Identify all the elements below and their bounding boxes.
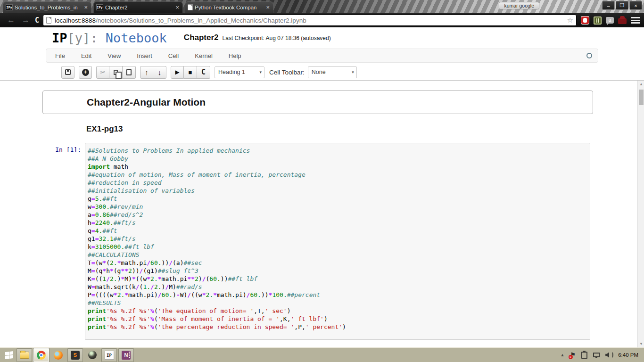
taskbar-item-onenote[interactable]: N	[118, 348, 134, 362]
move-cell-down-icon: ↓	[158, 68, 162, 76]
run-cell-button[interactable]: ▶	[171, 66, 184, 79]
taskbar-item-s-app[interactable]: S	[67, 348, 83, 362]
menu-item-cell[interactable]: Cell	[161, 52, 186, 59]
page-icon	[46, 17, 51, 24]
browser-nav-bar: ← → C localhost:8888/notebooks/Solutions…	[0, 13, 644, 27]
back-icon[interactable]: ←	[4, 16, 18, 25]
menu-item-view[interactable]: View	[100, 52, 128, 59]
toolbar-button-group	[61, 66, 74, 79]
utensils-extension-icon[interactable]	[594, 16, 602, 25]
code-line: T=(w*(2.*math.pi/60.))/(a)##sec	[88, 259, 588, 267]
restart-kernel-icon: C	[201, 68, 206, 76]
browser-tab-bar: IPySolutions_to_Problems_in×IPyChapter2×…	[0, 0, 644, 13]
menu-item-edit[interactable]: Edit	[74, 52, 99, 59]
scroll-down-icon[interactable]: ▼	[638, 342, 644, 346]
show-hidden-icons-icon[interactable]: ▲	[561, 353, 565, 357]
code-cell-input[interactable]: ##Solutions to Problems In applied mecha…	[85, 143, 590, 340]
toolbar-button-group: ▶■C	[171, 66, 210, 79]
save-button[interactable]	[61, 66, 74, 79]
onenote-icon: N	[122, 351, 131, 360]
forward-icon[interactable]: →	[18, 16, 33, 25]
scrollbar-thumb[interactable]	[639, 90, 644, 105]
restore-button[interactable]: ❐	[616, 1, 628, 10]
close-button[interactable]: ×	[629, 1, 642, 10]
cell-toolbar-label: Cell Toolbar:	[269, 69, 305, 76]
cut-cell-button[interactable]: ✂	[96, 66, 109, 79]
copy-cell-button[interactable]	[109, 66, 123, 79]
code-line: K=((1/2.)*M)*((w*2.*math.pi**2)/(60.))##…	[88, 275, 588, 283]
code-line: ##A N Gobby	[88, 155, 588, 163]
menu-item-kernel[interactable]: Kernel	[188, 52, 220, 59]
code-line: w=300.##rev/min	[88, 203, 588, 211]
add-cell-button[interactable]: +	[79, 66, 92, 79]
bookmark-star-icon[interactable]: ☆	[564, 16, 573, 25]
selected-heading-cell[interactable]: Chapter2-Angular Motion	[42, 90, 593, 114]
chevron-down-icon: ▾	[352, 70, 354, 74]
taskbar-item-media-player[interactable]	[84, 348, 100, 362]
ipython-icon: IP	[105, 351, 114, 360]
chevron-down-icon: ▾	[259, 70, 262, 74]
move-cell-up-icon: ↑	[145, 68, 149, 76]
s-app-icon: S	[71, 351, 80, 360]
code-line: print'%s %.2f %s'%('Mass of moment of in…	[88, 315, 588, 323]
taskbar-item-ipython[interactable]: IP	[101, 348, 117, 362]
scroll-up-icon[interactable]: ▲	[638, 82, 644, 86]
minimize-button[interactable]: –	[602, 1, 615, 10]
clock[interactable]: 6:40 PM	[618, 352, 638, 358]
media-player-icon	[88, 351, 97, 359]
code-line: P=((((w*2.*math.pi)/60.)-W)/((w*2.*math.…	[88, 291, 588, 299]
speech-bubble-extension-icon[interactable]: a	[606, 17, 614, 24]
tab-close-icon[interactable]: ×	[265, 4, 271, 10]
menu-item-help[interactable]: Help	[222, 52, 248, 59]
adblock-stop-hand-icon[interactable]	[581, 16, 589, 25]
taskbar-item-firefox[interactable]	[50, 348, 66, 362]
example-heading[interactable]: EX1-pg13	[86, 124, 123, 134]
move-cell-down-button[interactable]: ↓	[153, 66, 166, 79]
logo-notebook: Notebook	[98, 31, 167, 45]
restart-kernel-button[interactable]: C	[197, 66, 210, 79]
armchair-extension-icon[interactable]	[618, 18, 627, 24]
taskbar-item-chrome[interactable]	[33, 348, 49, 362]
battery-icon[interactable]	[581, 352, 587, 359]
notebook-title-wrap: Chapter2 Last Checkpoint: Aug 07 18:36 (…	[184, 33, 331, 42]
cell-type-select[interactable]: Heading 1 ▾	[215, 66, 264, 78]
address-bar[interactable]: localhost:8888/notebooks/Solutions_to_Pr…	[43, 15, 577, 26]
tab-close-icon[interactable]: ×	[83, 4, 89, 10]
toolbar-button-group: ↑↓	[140, 66, 166, 79]
notebook-toolbar: +✂↑↓▶■C Heading 1 ▾ Cell Toolbar: None ▾	[61, 66, 357, 79]
code-line: k=3105000.##ft lbf	[88, 243, 588, 251]
browser-menu-icon[interactable]	[631, 16, 640, 24]
paste-cell-button[interactable]	[123, 66, 136, 79]
code-line: h=2240.##ft/s	[88, 219, 588, 227]
start-button[interactable]	[3, 348, 15, 362]
ipython-logo[interactable]: IP[y]: Notebook	[52, 31, 167, 45]
scrollbar[interactable]: ▲ ▼	[637, 81, 644, 347]
network-icon[interactable]	[593, 353, 600, 357]
browser-tab-solutions-to-problems-in[interactable]: IPySolutions_to_Problems_in×	[3, 1, 91, 13]
menu-item-file[interactable]: File	[48, 52, 72, 59]
interrupt-kernel-icon: ■	[189, 69, 192, 76]
reload-icon[interactable]: C	[33, 16, 43, 25]
interrupt-kernel-button[interactable]: ■	[184, 66, 197, 79]
notebook-title[interactable]: Chapter2	[184, 33, 219, 42]
menu-bar: FileEditViewInsertCellKernelHelp	[46, 49, 598, 63]
toolbar-buttons: +✂↑↓▶■C	[61, 66, 215, 79]
taskbar-apps: SIPN	[15, 348, 134, 362]
explorer-icon	[20, 352, 29, 359]
move-cell-up-button[interactable]: ↑	[140, 66, 153, 79]
tab-close-icon[interactable]: ×	[174, 4, 180, 10]
logo-y: [y]:	[67, 31, 98, 45]
menu-item-insert[interactable]: Insert	[130, 52, 159, 59]
firefox-icon	[54, 351, 63, 360]
browser-tab-chapter2[interactable]: IPyChapter2×	[93, 1, 183, 13]
tab-title: Chapter2	[105, 5, 173, 10]
browser-tab-python-textbook-compan[interactable]: Python Textbook Compan×	[185, 1, 273, 13]
profile-badge[interactable]: kumar google	[499, 2, 539, 9]
url-text[interactable]: localhost:8888/notebooks/Solutions_to_Pr…	[55, 17, 564, 24]
volume-icon[interactable]	[605, 352, 609, 358]
action-center-flag-icon[interactable]: ⚑×	[570, 352, 576, 358]
cell-toolbar-select[interactable]: None ▾	[308, 66, 357, 78]
taskbar-item-explorer[interactable]	[17, 348, 32, 362]
copy-cell-icon	[114, 70, 118, 75]
chrome-icon	[37, 351, 46, 360]
